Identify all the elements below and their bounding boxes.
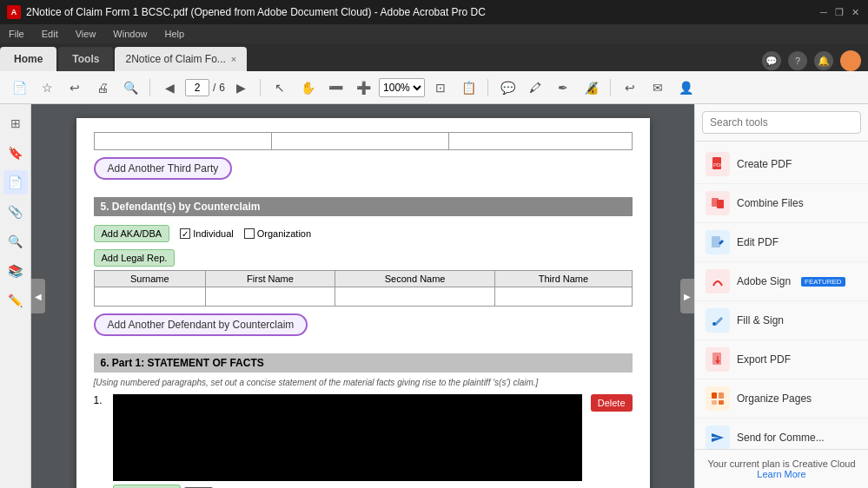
prev-page-button[interactable]: ◀ <box>157 76 182 100</box>
highlight-button[interactable]: 🖍 <box>523 76 547 100</box>
bookmark-button[interactable]: ☆ <box>35 76 59 100</box>
svg-rect-9 <box>712 400 717 405</box>
tab-tools[interactable]: Tools <box>58 47 113 71</box>
menu-edit[interactable]: Edit <box>38 27 62 41</box>
add-aka-button[interactable]: Add AKA/DBA <box>94 225 170 242</box>
left-sidebar: ⊞ 🔖 📄 📎 🔍 📚 ✏️ <box>0 104 31 488</box>
rs-footer: Your current plan is Creative Cloud Lear… <box>695 449 868 488</box>
svg-rect-7 <box>712 392 717 399</box>
user-avatar[interactable] <box>840 50 861 71</box>
tool-fill-sign[interactable]: Fill & Sign <box>695 301 868 340</box>
svg-text:PDF: PDF <box>713 162 724 168</box>
hand-tool-button[interactable]: ✋ <box>295 76 320 100</box>
tool-edit-pdf[interactable]: Edit PDF <box>695 223 868 262</box>
toolbar-sep-1 <box>149 79 150 96</box>
select-tool-button[interactable]: ↖ <box>268 76 292 100</box>
tool-combine-files[interactable]: Combine Files <box>695 184 868 223</box>
close-button[interactable]: ✕ <box>849 6 861 18</box>
cell-surname[interactable] <box>94 287 206 307</box>
individual-checkbox[interactable]: ✓ <box>180 228 190 239</box>
top-table <box>94 132 633 150</box>
adobe-sign-label: Adobe Sign <box>737 275 791 287</box>
create-pdf-label: Create PDF <box>737 158 792 170</box>
adobe-sign-featured-badge: FEATURED <box>801 277 845 287</box>
menu-window[interactable]: Window <box>109 27 150 41</box>
menu-file[interactable]: File <box>5 27 28 41</box>
zoom-control[interactable]: 50% 75% 100% 125% 150% 200% <box>379 78 425 97</box>
menu-help[interactable]: Help <box>161 27 188 41</box>
cell-second-name[interactable] <box>335 287 494 307</box>
stamp-button[interactable]: 🔏 <box>579 76 603 100</box>
organization-radio[interactable]: Organization <box>244 228 311 239</box>
organize-pages-icon <box>706 386 730 411</box>
pdf-area: ◀ ▶ Add Another Third Party 5. Defendant… <box>31 104 694 488</box>
page-input[interactable] <box>185 79 209 96</box>
add-defendant-button[interactable]: Add Another Defendant by Counterclaim <box>94 313 308 336</box>
type-radio-group: ✓ Individual Organization <box>180 228 311 239</box>
item1-actions-row: Add / Insert desc <box>113 485 633 488</box>
fill-sign-label: Fill & Sign <box>737 314 784 326</box>
tab-document[interactable]: 2Notice of Claim Fo... × <box>115 47 247 71</box>
toolbar-sep-3 <box>487 79 488 96</box>
svg-rect-3 <box>717 200 724 208</box>
tab-close-button[interactable]: × <box>231 54 236 64</box>
col-surname: Surname <box>94 271 206 287</box>
add-third-party-button[interactable]: Add Another Third Party <box>94 157 233 180</box>
sidebar-pages-icon[interactable]: 📄 <box>3 170 28 195</box>
comment-button[interactable]: 💬 <box>495 76 520 100</box>
collapse-left-button[interactable]: ◀ <box>31 279 45 313</box>
chat-icon[interactable]: 💬 <box>762 51 781 70</box>
svg-rect-6 <box>712 353 721 365</box>
cell-third-name[interactable] <box>495 287 632 307</box>
window-title: 2Notice of Claim Form 1 BCSC.pdf (Opened… <box>26 6 486 18</box>
restore-button[interactable]: ❒ <box>833 6 845 18</box>
zoom-out-button[interactable]: ➖ <box>323 76 348 100</box>
export-pdf-icon <box>706 347 730 372</box>
notifications-icon[interactable]: 🔔 <box>814 51 833 70</box>
item1-delete-button[interactable]: Delete <box>591 394 633 412</box>
sidebar-layers-icon[interactable]: 📚 <box>3 259 28 283</box>
share-button[interactable]: 👤 <box>673 76 698 100</box>
window-controls[interactable]: ─ ❒ ✕ <box>818 6 861 18</box>
sidebar-edit-icon[interactable]: ✏️ <box>3 288 28 313</box>
section6-header: 6. Part 1: STATEMENT OF FACTS <box>94 353 633 373</box>
sidebar-home-icon[interactable]: ⊞ <box>3 111 28 135</box>
fill-sign-icon <box>706 308 730 333</box>
tool-send-for-comment[interactable]: Send for Comme... <box>695 419 868 449</box>
next-page-button[interactable]: ▶ <box>229 76 253 100</box>
title-bar: A 2Notice of Claim Form 1 BCSC.pdf (Open… <box>0 0 868 24</box>
tool-organize-pages[interactable]: Organize Pages <box>695 379 868 419</box>
new-file-button[interactable]: 📄 <box>7 76 31 100</box>
create-pdf-icon: PDF <box>706 152 730 176</box>
zoom-in-button[interactable]: ➕ <box>351 76 375 100</box>
add-legal-rep-button[interactable]: Add Legal Rep. <box>94 249 176 267</box>
back-button[interactable]: ↩ <box>63 76 87 100</box>
draw-button[interactable]: ✒ <box>551 76 575 100</box>
zoom-select[interactable]: 50% 75% 100% 125% 150% 200% <box>379 78 425 97</box>
tool-export-pdf[interactable]: Export PDF <box>695 340 868 379</box>
tool-create-pdf[interactable]: PDF Create PDF <box>695 145 868 184</box>
menu-view[interactable]: View <box>72 27 100 41</box>
defendant-table: Surname First Name Second Name Third Nam… <box>94 270 633 307</box>
organize-pages-label: Organize Pages <box>737 392 812 405</box>
fit-page-button[interactable]: ⊡ <box>428 76 453 100</box>
email-button[interactable]: ✉ <box>646 76 670 100</box>
add-insert-button[interactable]: Add / Insert <box>113 485 181 488</box>
collapse-right-button[interactable]: ▶ <box>680 279 694 313</box>
tab-home[interactable]: Home <box>0 47 56 71</box>
forms-button[interactable]: 📋 <box>456 76 480 100</box>
search-tools-input[interactable] <box>702 111 861 134</box>
tool-adobe-sign[interactable]: Adobe Sign FEATURED <box>695 262 868 301</box>
help-icon[interactable]: ? <box>788 51 807 70</box>
edit-pdf-icon <box>706 230 730 254</box>
sidebar-search-icon[interactable]: 🔍 <box>3 229 28 254</box>
print-button[interactable]: 🖨 <box>90 76 115 100</box>
learn-more-link[interactable]: Learn More <box>757 469 805 479</box>
cell-first-name[interactable] <box>206 287 335 307</box>
undo-button[interactable]: ↩ <box>618 76 642 100</box>
zoom-out-small-button[interactable]: 🔍 <box>118 76 142 100</box>
sidebar-attach-icon[interactable]: 📎 <box>3 200 28 224</box>
sidebar-bookmark-icon[interactable]: 🔖 <box>3 141 28 165</box>
individual-radio[interactable]: ✓ Individual <box>180 228 233 239</box>
minimize-button[interactable]: ─ <box>818 6 830 18</box>
